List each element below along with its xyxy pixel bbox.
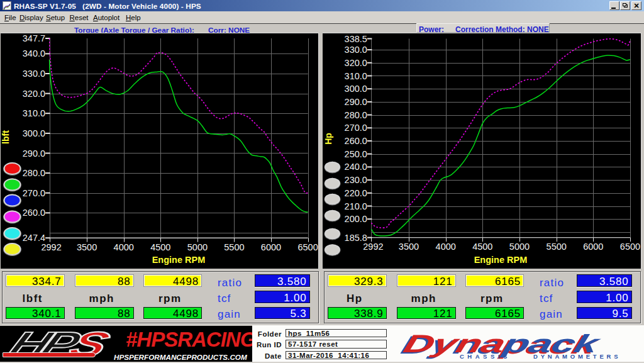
svg-text:340.0: 340.0 xyxy=(23,48,45,59)
svg-text:2992: 2992 xyxy=(41,242,61,252)
svg-text:300.0: 300.0 xyxy=(345,84,367,94)
svg-text:320.0: 320.0 xyxy=(23,89,45,99)
svg-text:4500: 4500 xyxy=(150,242,170,252)
svg-text:290.0: 290.0 xyxy=(345,97,367,107)
svg-text:330.0: 330.0 xyxy=(345,45,367,55)
svg-text:5500: 5500 xyxy=(547,242,567,252)
svg-text:6000: 6000 xyxy=(583,242,603,252)
svg-text:300.0: 300.0 xyxy=(23,128,45,138)
svg-text:347.7: 347.7 xyxy=(23,33,45,43)
svg-text:Engine RPM: Engine RPM xyxy=(152,255,206,265)
svg-text:6500: 6500 xyxy=(620,242,640,252)
svg-text:220.0: 220.0 xyxy=(345,188,367,198)
svg-text:310.0: 310.0 xyxy=(23,108,45,118)
svg-text:4000: 4000 xyxy=(436,242,456,252)
svg-text:6500: 6500 xyxy=(297,242,318,252)
svg-text:4000: 4000 xyxy=(114,242,134,252)
svg-text:260.0: 260.0 xyxy=(23,208,45,218)
svg-text:3500: 3500 xyxy=(77,242,97,252)
svg-text:338.5: 338.5 xyxy=(345,34,367,44)
svg-text:290.0: 290.0 xyxy=(23,148,45,159)
svg-text:4500: 4500 xyxy=(472,242,492,252)
svg-text:200.0: 200.0 xyxy=(345,214,367,224)
svg-text:240.0: 240.0 xyxy=(345,162,367,172)
svg-text:330.0: 330.0 xyxy=(23,69,45,79)
svg-text:270.0: 270.0 xyxy=(23,188,45,198)
svg-text:210.0: 210.0 xyxy=(345,201,367,211)
svg-text:3500: 3500 xyxy=(399,242,419,252)
svg-text:Hp: Hp xyxy=(323,133,333,145)
svg-text:270.0: 270.0 xyxy=(345,123,367,133)
svg-text:6000: 6000 xyxy=(261,242,281,252)
svg-text:230.0: 230.0 xyxy=(345,175,367,185)
svg-text:280.0: 280.0 xyxy=(345,110,367,120)
svg-text:280.0: 280.0 xyxy=(23,168,45,178)
svg-text:5000: 5000 xyxy=(187,242,208,252)
svg-text:5000: 5000 xyxy=(509,242,530,252)
svg-text:260.0: 260.0 xyxy=(345,136,367,146)
svg-text:2992: 2992 xyxy=(363,242,383,252)
svg-text:Engine RPM: Engine RPM xyxy=(474,255,528,265)
svg-text:250.0: 250.0 xyxy=(345,149,367,159)
svg-text:lbft: lbft xyxy=(1,130,11,144)
svg-text:5500: 5500 xyxy=(224,242,244,252)
svg-text:310.0: 310.0 xyxy=(345,71,367,81)
svg-text:320.0: 320.0 xyxy=(345,58,367,68)
